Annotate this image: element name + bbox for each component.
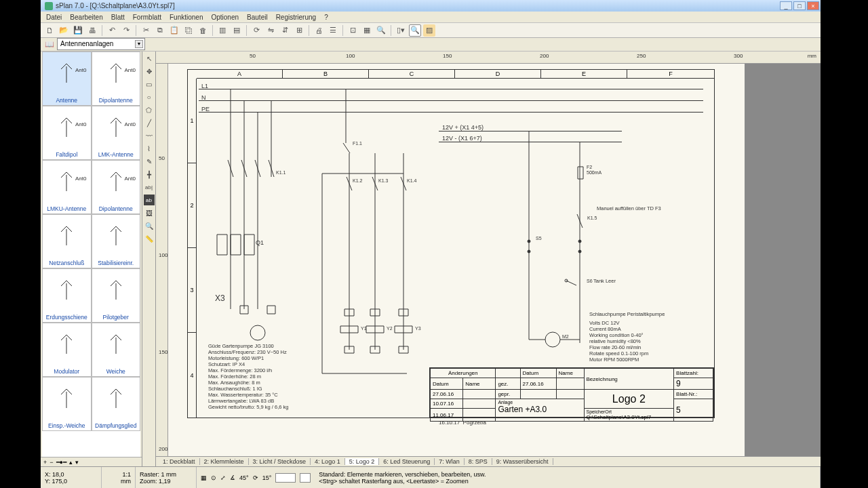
library-item[interactable]: Stabilisiereinr. [92, 214, 141, 268]
mirror-v-icon[interactable]: ⇵ [279, 24, 291, 37]
tab-3[interactable]: 3: Licht / Steckdose [249, 458, 311, 465]
menu-help[interactable]: ? [320, 14, 332, 21]
linewidth-field[interactable] [275, 473, 296, 483]
library-item[interactable]: Weiche [92, 323, 141, 377]
tab-5[interactable]: 5: Logo 2 [345, 458, 380, 465]
mirror-h-icon[interactable]: ⇋ [264, 24, 277, 37]
rotate-icon[interactable]: ⟳ [250, 24, 262, 37]
library-item[interactable]: Ant0LMKU-Antenne [42, 160, 92, 214]
search-icon[interactable]: 🔍 [375, 24, 387, 37]
lib-remove-icon[interactable]: − [50, 459, 53, 466]
library-item[interactable]: Erdungsschiene [42, 268, 92, 323]
print-icon[interactable]: 🖶 [86, 24, 98, 37]
grid-icon[interactable]: ▦ [361, 24, 373, 37]
front-icon[interactable]: ▥ [216, 24, 229, 37]
library-item[interactable]: Ant0Dipolantenne [92, 160, 141, 214]
line-icon[interactable]: ╱ [144, 117, 155, 128]
lib-up-icon[interactable]: ▴ [69, 459, 73, 466]
tab-1[interactable]: 1: Deckblatt [159, 458, 200, 465]
poly-icon[interactable]: ⬠ [144, 104, 155, 115]
tab-6[interactable]: 6: Led Steuerung [379, 458, 435, 465]
circle-icon[interactable]: ○ [144, 92, 155, 102]
library-item[interactable]: Ant0LMK-Antenne [92, 106, 141, 160]
hand-icon[interactable]: ✥ [144, 66, 155, 77]
lib-slider-icon[interactable]: ━●━ [56, 459, 66, 466]
paste-icon[interactable]: 📋 [168, 24, 180, 37]
minimize-button[interactable]: _ [780, 1, 792, 10]
close-button[interactable]: × [807, 1, 819, 10]
menu-datei[interactable]: Datei [42, 14, 66, 21]
pointer-icon[interactable]: ↖ [144, 53, 155, 64]
text-box-icon[interactable]: ab [144, 195, 155, 205]
text-icon[interactable]: ab| [144, 182, 155, 192]
redo-icon[interactable]: ↷ [120, 24, 132, 37]
svg-line-28 [111, 281, 116, 286]
menu-bauteil[interactable]: Bauteil [243, 14, 272, 21]
library-item[interactable]: Ant0Dipolantenne [92, 52, 141, 106]
grid-toggle-icon[interactable]: ▦ [201, 474, 207, 481]
library-item[interactable]: Netzanschluß [42, 214, 92, 268]
library-item[interactable]: Pilotgeber [92, 268, 141, 323]
angle-lock-icon[interactable]: ⤢ [220, 474, 226, 481]
svg-line-38 [66, 389, 72, 394]
node-icon[interactable]: ╋ [144, 169, 155, 180]
lib-down-icon[interactable]: ▾ [75, 459, 79, 466]
menu-optionen[interactable]: Optionen [207, 14, 243, 21]
menu-registrierung[interactable]: Registrierung [272, 14, 320, 21]
tab-4[interactable]: 4: Logo 1 [311, 458, 345, 465]
library-item[interactable]: Einsp.-Weiche [42, 377, 92, 431]
tab-8[interactable]: 8: SPS [465, 458, 492, 465]
angle1-icon[interactable]: ∡ [230, 474, 235, 481]
status-x: X: 18,0 [45, 471, 97, 478]
delete-icon[interactable]: 🗑 [197, 24, 209, 37]
library-item[interactable]: Ant0Antenne [42, 52, 92, 106]
zoom-fit-icon[interactable]: 🔍 [409, 24, 421, 37]
lib-add-icon[interactable]: + [43, 459, 47, 466]
cut-icon[interactable]: ✂ [140, 24, 152, 37]
back-icon[interactable]: ▤ [231, 24, 243, 37]
tab-9[interactable]: 9: Wasserübersicht [492, 458, 553, 465]
group-icon[interactable]: ⊞ [293, 24, 305, 37]
svg-point-82 [578, 240, 581, 243]
library-item[interactable]: Dämpfungsglied [92, 377, 141, 431]
snap-icon[interactable]: ⊡ [347, 24, 359, 37]
lib-book-icon[interactable]: 📖 [43, 39, 56, 51]
tab-7[interactable]: 7: Wlan [435, 458, 465, 465]
spline-icon[interactable]: 〰 [144, 130, 155, 141]
color-swatch[interactable] [300, 473, 311, 483]
save-icon[interactable]: 💾 [72, 24, 84, 37]
measure-icon[interactable]: 📏 [144, 233, 155, 244]
drawing-canvas[interactable]: A B C D E F 1 2 3 4 [168, 64, 821, 456]
copy-icon[interactable]: ⧉ [154, 24, 166, 37]
chevron-down-icon: ▼ [135, 40, 143, 48]
menu-bearbeiten[interactable]: Bearbeiten [66, 14, 106, 21]
page-icon[interactable]: ▯▾ [395, 24, 407, 37]
library-item[interactable]: Ant0Faltdipol [42, 106, 92, 160]
freehand-icon[interactable]: ✎ [144, 156, 155, 167]
zoom-icon[interactable]: 🔍 [144, 220, 155, 231]
new-icon[interactable]: 🗋 [43, 24, 56, 37]
library-item[interactable]: Modulator [42, 323, 92, 377]
image-icon[interactable]: 🖼 [144, 207, 155, 218]
svg-line-41 [116, 389, 121, 394]
snap-toggle-icon[interactable]: ⊙ [211, 474, 216, 481]
rect-icon[interactable]: ▭ [144, 79, 155, 89]
duplicate-icon[interactable]: ⿻ [182, 24, 195, 37]
maximize-button[interactable]: □ [793, 1, 806, 10]
polyline-icon[interactable]: ⌇ [144, 143, 155, 154]
print2-icon[interactable]: 🖨 [313, 24, 325, 37]
status-y: Y: 175,0 [45, 478, 97, 485]
menu-formblatt[interactable]: Formblatt [129, 14, 165, 21]
undo-icon[interactable]: ↶ [106, 24, 118, 37]
menu-blatt[interactable]: Blatt [107, 14, 129, 21]
angle2-icon[interactable]: ⟳ [253, 474, 258, 481]
svg-point-81 [528, 250, 530, 253]
layers-icon[interactable]: ☰ [327, 24, 339, 37]
tab-2[interactable]: 2: Klemmleiste [200, 458, 249, 465]
status-angle2: 15° [262, 474, 272, 481]
library-dropdown[interactable]: Antennenanlagen ▼ [57, 38, 145, 50]
svg-line-29 [116, 281, 121, 286]
open-icon[interactable]: 📂 [58, 24, 70, 37]
menu-funktionen[interactable]: Funktionen [165, 14, 207, 21]
highlight-icon[interactable]: ▨ [423, 24, 435, 37]
